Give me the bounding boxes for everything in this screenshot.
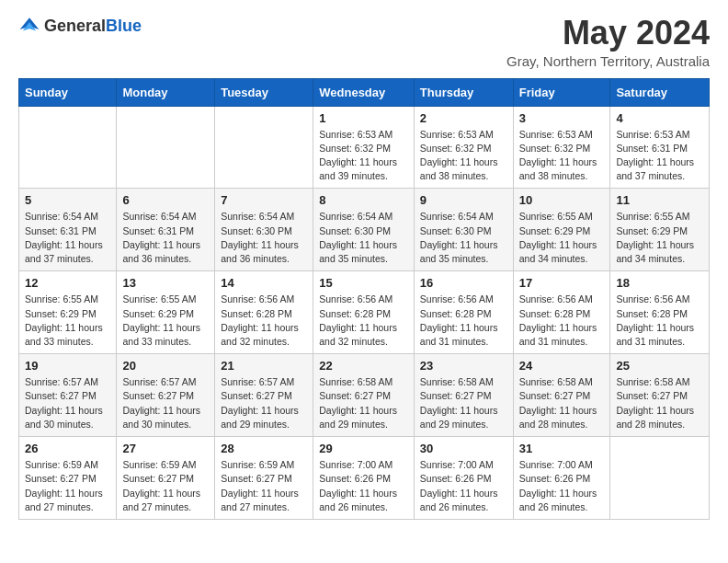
day-info: Sunrise: 6:59 AMSunset: 6:27 PMDaylight:… — [122, 458, 209, 514]
day-info: Sunrise: 6:55 AMSunset: 6:29 PMDaylight:… — [122, 293, 209, 349]
day-number: 18 — [616, 276, 703, 290]
day-number: 30 — [420, 442, 507, 455]
day-number: 9 — [420, 193, 507, 207]
day-cell — [117, 106, 215, 189]
day-number: 31 — [519, 442, 605, 455]
day-info: Sunrise: 6:56 AMSunset: 6:28 PMDaylight:… — [420, 293, 507, 349]
day-number: 2 — [420, 111, 507, 125]
day-number: 12 — [25, 276, 110, 290]
day-info: Sunrise: 6:56 AMSunset: 6:28 PMDaylight:… — [319, 293, 408, 349]
day-number: 19 — [25, 359, 110, 373]
day-number: 23 — [420, 359, 507, 373]
day-cell: 22Sunrise: 6:58 AMSunset: 6:27 PMDayligh… — [313, 354, 415, 437]
day-cell: 16Sunrise: 6:56 AMSunset: 6:28 PMDayligh… — [414, 271, 513, 354]
week-row-5: 26Sunrise: 6:59 AMSunset: 6:27 PMDayligh… — [19, 437, 710, 520]
header-thursday: Thursday — [414, 78, 513, 106]
day-info: Sunrise: 6:58 AMSunset: 6:27 PMDaylight:… — [519, 375, 605, 431]
day-number: 8 — [319, 193, 408, 207]
week-row-2: 5Sunrise: 6:54 AMSunset: 6:31 PMDaylight… — [19, 189, 710, 271]
day-cell: 28Sunrise: 6:59 AMSunset: 6:27 PMDayligh… — [215, 437, 313, 520]
day-cell: 2Sunrise: 6:53 AMSunset: 6:32 PMDaylight… — [414, 106, 513, 189]
day-info: Sunrise: 6:55 AMSunset: 6:29 PMDaylight:… — [616, 210, 703, 266]
day-number: 24 — [519, 359, 605, 373]
day-info: Sunrise: 6:53 AMSunset: 6:31 PMDaylight:… — [616, 128, 703, 184]
day-number: 13 — [122, 276, 209, 290]
day-info: Sunrise: 6:54 AMSunset: 6:30 PMDaylight:… — [319, 210, 408, 266]
day-cell: 17Sunrise: 6:56 AMSunset: 6:28 PMDayligh… — [513, 271, 610, 354]
day-number: 4 — [616, 111, 703, 125]
day-info: Sunrise: 6:58 AMSunset: 6:27 PMDaylight:… — [420, 375, 507, 431]
day-info: Sunrise: 6:56 AMSunset: 6:28 PMDaylight:… — [519, 293, 605, 349]
day-info: Sunrise: 6:56 AMSunset: 6:28 PMDaylight:… — [616, 293, 703, 349]
day-number: 6 — [122, 193, 209, 207]
day-cell: 24Sunrise: 6:58 AMSunset: 6:27 PMDayligh… — [513, 354, 610, 437]
day-info: Sunrise: 6:53 AMSunset: 6:32 PMDaylight:… — [420, 128, 507, 184]
calendar-table: SundayMondayTuesdayWednesdayThursdayFrid… — [18, 78, 710, 520]
day-cell: 4Sunrise: 6:53 AMSunset: 6:31 PMDaylight… — [610, 106, 710, 189]
day-info: Sunrise: 6:54 AMSunset: 6:31 PMDaylight:… — [122, 210, 209, 266]
day-info: Sunrise: 6:53 AMSunset: 6:32 PMDaylight:… — [519, 128, 605, 184]
day-info: Sunrise: 6:59 AMSunset: 6:27 PMDaylight:… — [221, 458, 307, 514]
day-info: Sunrise: 6:53 AMSunset: 6:32 PMDaylight:… — [319, 128, 408, 184]
day-number: 20 — [122, 359, 209, 373]
day-cell: 18Sunrise: 6:56 AMSunset: 6:28 PMDayligh… — [610, 271, 710, 354]
day-info: Sunrise: 6:56 AMSunset: 6:28 PMDaylight:… — [221, 293, 307, 349]
day-info: Sunrise: 6:58 AMSunset: 6:27 PMDaylight:… — [616, 375, 703, 431]
day-info: Sunrise: 6:58 AMSunset: 6:27 PMDaylight:… — [319, 375, 408, 431]
day-info: Sunrise: 7:00 AMSunset: 6:26 PMDaylight:… — [420, 458, 507, 514]
day-cell: 15Sunrise: 6:56 AMSunset: 6:28 PMDayligh… — [313, 271, 415, 354]
day-number: 25 — [616, 359, 703, 373]
day-number: 16 — [420, 276, 507, 290]
logo-text-general: General — [44, 17, 106, 35]
day-cell: 11Sunrise: 6:55 AMSunset: 6:29 PMDayligh… — [610, 189, 710, 271]
day-number: 15 — [319, 276, 408, 290]
day-number: 11 — [616, 193, 703, 207]
title-area: May 2024 Gray, Northern Territory, Austr… — [506, 15, 710, 69]
day-info: Sunrise: 7:00 AMSunset: 6:26 PMDaylight:… — [319, 458, 408, 514]
day-cell: 8Sunrise: 6:54 AMSunset: 6:30 PMDaylight… — [313, 189, 415, 271]
header-tuesday: Tuesday — [215, 78, 313, 106]
day-cell: 27Sunrise: 6:59 AMSunset: 6:27 PMDayligh… — [117, 437, 215, 520]
day-cell: 20Sunrise: 6:57 AMSunset: 6:27 PMDayligh… — [117, 354, 215, 437]
logo-text-blue: Blue — [106, 17, 142, 35]
day-cell: 6Sunrise: 6:54 AMSunset: 6:31 PMDaylight… — [117, 189, 215, 271]
month-title: May 2024 — [506, 15, 710, 52]
day-info: Sunrise: 6:54 AMSunset: 6:31 PMDaylight:… — [25, 210, 110, 266]
day-cell: 19Sunrise: 6:57 AMSunset: 6:27 PMDayligh… — [19, 354, 117, 437]
day-cell: 23Sunrise: 6:58 AMSunset: 6:27 PMDayligh… — [414, 354, 513, 437]
day-info: Sunrise: 6:54 AMSunset: 6:30 PMDaylight:… — [221, 210, 307, 266]
day-number: 29 — [319, 442, 408, 455]
day-cell: 3Sunrise: 6:53 AMSunset: 6:32 PMDaylight… — [513, 106, 610, 189]
day-cell: 31Sunrise: 7:00 AMSunset: 6:26 PMDayligh… — [513, 437, 610, 520]
day-cell: 9Sunrise: 6:54 AMSunset: 6:30 PMDaylight… — [414, 189, 513, 271]
page-header: GeneralBlue May 2024 Gray, Northern Terr… — [18, 15, 710, 69]
day-cell — [19, 106, 117, 189]
day-cell: 21Sunrise: 6:57 AMSunset: 6:27 PMDayligh… — [215, 354, 313, 437]
location-subtitle: Gray, Northern Territory, Australia — [506, 53, 710, 69]
day-number: 21 — [221, 359, 307, 373]
header-monday: Monday — [117, 78, 215, 106]
day-cell: 26Sunrise: 6:59 AMSunset: 6:27 PMDayligh… — [19, 437, 117, 520]
day-cell: 25Sunrise: 6:58 AMSunset: 6:27 PMDayligh… — [610, 354, 710, 437]
day-number: 10 — [519, 193, 605, 207]
day-cell: 13Sunrise: 6:55 AMSunset: 6:29 PMDayligh… — [117, 271, 215, 354]
header-saturday: Saturday — [610, 78, 710, 106]
day-info: Sunrise: 6:55 AMSunset: 6:29 PMDaylight:… — [25, 293, 110, 349]
day-info: Sunrise: 6:54 AMSunset: 6:30 PMDaylight:… — [420, 210, 507, 266]
day-number: 28 — [221, 442, 307, 455]
header-wednesday: Wednesday — [313, 78, 415, 106]
day-number: 27 — [122, 442, 209, 455]
logo-icon — [18, 15, 40, 37]
day-cell — [610, 437, 710, 520]
week-row-1: 1Sunrise: 6:53 AMSunset: 6:32 PMDaylight… — [19, 106, 710, 189]
day-number: 22 — [319, 359, 408, 373]
day-number: 3 — [519, 111, 605, 125]
day-cell: 30Sunrise: 7:00 AMSunset: 6:26 PMDayligh… — [414, 437, 513, 520]
day-info: Sunrise: 6:57 AMSunset: 6:27 PMDaylight:… — [25, 375, 110, 431]
day-cell: 1Sunrise: 6:53 AMSunset: 6:32 PMDaylight… — [313, 106, 415, 189]
week-row-3: 12Sunrise: 6:55 AMSunset: 6:29 PMDayligh… — [19, 271, 710, 354]
day-number: 5 — [25, 193, 110, 207]
day-info: Sunrise: 6:57 AMSunset: 6:27 PMDaylight:… — [221, 375, 307, 431]
logo: GeneralBlue — [18, 15, 142, 37]
day-info: Sunrise: 6:59 AMSunset: 6:27 PMDaylight:… — [25, 458, 110, 514]
